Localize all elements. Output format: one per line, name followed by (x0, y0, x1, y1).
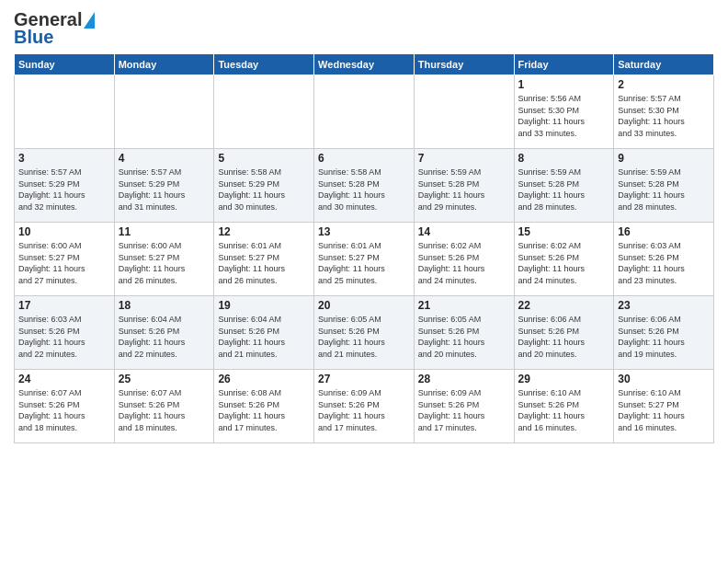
calendar-cell: 26Sunrise: 6:08 AM Sunset: 5:26 PM Dayli… (214, 370, 314, 443)
day-info: Sunrise: 6:09 AM Sunset: 5:26 PM Dayligh… (318, 387, 410, 433)
day-number: 24 (18, 373, 110, 385)
day-number: 15 (518, 225, 610, 238)
day-number: 19 (218, 299, 310, 312)
calendar-cell: 27Sunrise: 6:09 AM Sunset: 5:26 PM Dayli… (314, 370, 415, 443)
week-row-0: 1Sunrise: 5:56 AM Sunset: 5:30 PM Daylig… (15, 75, 714, 149)
day-info: Sunrise: 6:00 AM Sunset: 5:27 PM Dayligh… (18, 240, 110, 286)
page-container: General Blue SundayMondayTuesdayWednesda… (0, 0, 728, 448)
calendar-cell (214, 75, 314, 149)
calendar-cell: 16Sunrise: 6:03 AM Sunset: 5:26 PM Dayli… (614, 223, 714, 296)
calendar-cell (114, 75, 214, 149)
day-number: 16 (618, 225, 710, 238)
day-info: Sunrise: 6:05 AM Sunset: 5:26 PM Dayligh… (318, 314, 410, 360)
day-number: 29 (518, 373, 610, 385)
day-number: 1 (518, 78, 610, 91)
calendar-cell: 21Sunrise: 6:05 AM Sunset: 5:26 PM Dayli… (414, 296, 514, 370)
logo-blue: Blue (14, 27, 53, 48)
logo-triangle-icon (84, 12, 95, 29)
day-info: Sunrise: 5:59 AM Sunset: 5:28 PM Dayligh… (418, 167, 510, 213)
day-info: Sunrise: 6:08 AM Sunset: 5:26 PM Dayligh… (218, 387, 310, 433)
day-number: 5 (218, 152, 310, 165)
day-info: Sunrise: 6:10 AM Sunset: 5:26 PM Dayligh… (518, 387, 610, 433)
calendar-cell: 5Sunrise: 5:58 AM Sunset: 5:29 PM Daylig… (214, 149, 314, 223)
calendar-cell: 20Sunrise: 6:05 AM Sunset: 5:26 PM Dayli… (314, 296, 415, 370)
day-number: 13 (318, 225, 410, 238)
day-info: Sunrise: 6:06 AM Sunset: 5:26 PM Dayligh… (618, 314, 710, 360)
day-info: Sunrise: 6:06 AM Sunset: 5:26 PM Dayligh… (518, 314, 610, 360)
day-number: 3 (18, 152, 110, 165)
calendar-cell: 19Sunrise: 6:04 AM Sunset: 5:26 PM Dayli… (214, 296, 314, 370)
day-number: 17 (18, 299, 110, 312)
calendar-cell: 2Sunrise: 5:57 AM Sunset: 5:30 PM Daylig… (614, 75, 714, 149)
calendar-cell: 9Sunrise: 5:59 AM Sunset: 5:28 PM Daylig… (614, 149, 714, 223)
day-number: 23 (618, 299, 710, 312)
day-number: 4 (119, 152, 210, 165)
calendar-cell: 10Sunrise: 6:00 AM Sunset: 5:27 PM Dayli… (15, 223, 115, 296)
day-number: 22 (518, 299, 610, 312)
logo: General Blue (14, 9, 95, 48)
calendar-cell: 28Sunrise: 6:09 AM Sunset: 5:26 PM Dayli… (414, 370, 514, 443)
day-number: 30 (618, 373, 710, 385)
calendar-cell (314, 75, 415, 149)
weekday-header-wednesday: Wednesday (314, 54, 415, 75)
weekday-header-sunday: Sunday (15, 54, 115, 75)
day-info: Sunrise: 6:03 AM Sunset: 5:26 PM Dayligh… (18, 314, 110, 360)
day-number: 7 (418, 152, 510, 165)
day-info: Sunrise: 5:56 AM Sunset: 5:30 PM Dayligh… (518, 93, 610, 139)
day-info: Sunrise: 6:01 AM Sunset: 5:27 PM Dayligh… (218, 240, 310, 286)
day-info: Sunrise: 6:02 AM Sunset: 5:26 PM Dayligh… (418, 240, 510, 286)
day-number: 27 (318, 373, 410, 385)
day-info: Sunrise: 5:57 AM Sunset: 5:29 PM Dayligh… (119, 167, 210, 213)
day-number: 25 (119, 373, 210, 385)
day-number: 28 (418, 373, 510, 385)
day-info: Sunrise: 6:04 AM Sunset: 5:26 PM Dayligh… (218, 314, 310, 360)
day-info: Sunrise: 5:57 AM Sunset: 5:30 PM Dayligh… (618, 93, 710, 139)
calendar-cell (15, 75, 115, 149)
day-info: Sunrise: 5:59 AM Sunset: 5:28 PM Dayligh… (618, 167, 710, 213)
calendar-cell: 30Sunrise: 6:10 AM Sunset: 5:27 PM Dayli… (614, 370, 714, 443)
day-number: 14 (418, 225, 510, 238)
calendar-cell: 23Sunrise: 6:06 AM Sunset: 5:26 PM Dayli… (614, 296, 714, 370)
calendar-cell: 15Sunrise: 6:02 AM Sunset: 5:26 PM Dayli… (514, 223, 614, 296)
day-info: Sunrise: 5:57 AM Sunset: 5:29 PM Dayligh… (18, 167, 110, 213)
calendar-cell: 17Sunrise: 6:03 AM Sunset: 5:26 PM Dayli… (15, 296, 115, 370)
day-info: Sunrise: 6:09 AM Sunset: 5:26 PM Dayligh… (418, 387, 510, 433)
weekday-header-thursday: Thursday (414, 54, 514, 75)
day-number: 9 (618, 152, 710, 165)
header: General Blue (14, 9, 714, 48)
day-number: 10 (18, 225, 110, 238)
day-number: 26 (218, 373, 310, 385)
day-info: Sunrise: 6:05 AM Sunset: 5:26 PM Dayligh… (418, 314, 510, 360)
calendar-cell: 1Sunrise: 5:56 AM Sunset: 5:30 PM Daylig… (514, 75, 614, 149)
day-number: 20 (318, 299, 410, 312)
day-info: Sunrise: 6:01 AM Sunset: 5:27 PM Dayligh… (318, 240, 410, 286)
day-info: Sunrise: 5:59 AM Sunset: 5:28 PM Dayligh… (518, 167, 610, 213)
calendar-cell: 3Sunrise: 5:57 AM Sunset: 5:29 PM Daylig… (15, 149, 115, 223)
day-info: Sunrise: 5:58 AM Sunset: 5:29 PM Dayligh… (218, 167, 310, 213)
day-number: 12 (218, 225, 310, 238)
calendar-cell: 12Sunrise: 6:01 AM Sunset: 5:27 PM Dayli… (214, 223, 314, 296)
calendar-cell (414, 75, 514, 149)
calendar-cell: 25Sunrise: 6:07 AM Sunset: 5:26 PM Dayli… (114, 370, 214, 443)
calendar-cell: 8Sunrise: 5:59 AM Sunset: 5:28 PM Daylig… (514, 149, 614, 223)
calendar-cell: 13Sunrise: 6:01 AM Sunset: 5:27 PM Dayli… (314, 223, 415, 296)
calendar-cell: 7Sunrise: 5:59 AM Sunset: 5:28 PM Daylig… (414, 149, 514, 223)
day-number: 18 (119, 299, 210, 312)
calendar-cell: 14Sunrise: 6:02 AM Sunset: 5:26 PM Dayli… (414, 223, 514, 296)
day-number: 11 (119, 225, 210, 238)
day-info: Sunrise: 6:07 AM Sunset: 5:26 PM Dayligh… (119, 387, 210, 433)
week-row-2: 10Sunrise: 6:00 AM Sunset: 5:27 PM Dayli… (15, 223, 714, 296)
day-info: Sunrise: 6:10 AM Sunset: 5:27 PM Dayligh… (618, 387, 710, 433)
weekday-header-row: SundayMondayTuesdayWednesdayThursdayFrid… (15, 54, 714, 75)
day-info: Sunrise: 6:04 AM Sunset: 5:26 PM Dayligh… (119, 314, 210, 360)
week-row-4: 24Sunrise: 6:07 AM Sunset: 5:26 PM Dayli… (15, 370, 714, 443)
day-info: Sunrise: 6:00 AM Sunset: 5:27 PM Dayligh… (119, 240, 210, 286)
day-info: Sunrise: 6:02 AM Sunset: 5:26 PM Dayligh… (518, 240, 610, 286)
day-number: 8 (518, 152, 610, 165)
calendar-cell: 29Sunrise: 6:10 AM Sunset: 5:26 PM Dayli… (514, 370, 614, 443)
weekday-header-friday: Friday (514, 54, 614, 75)
calendar-cell: 24Sunrise: 6:07 AM Sunset: 5:26 PM Dayli… (15, 370, 115, 443)
weekday-header-monday: Monday (114, 54, 214, 75)
calendar-cell: 11Sunrise: 6:00 AM Sunset: 5:27 PM Dayli… (114, 223, 214, 296)
week-row-1: 3Sunrise: 5:57 AM Sunset: 5:29 PM Daylig… (15, 149, 714, 223)
